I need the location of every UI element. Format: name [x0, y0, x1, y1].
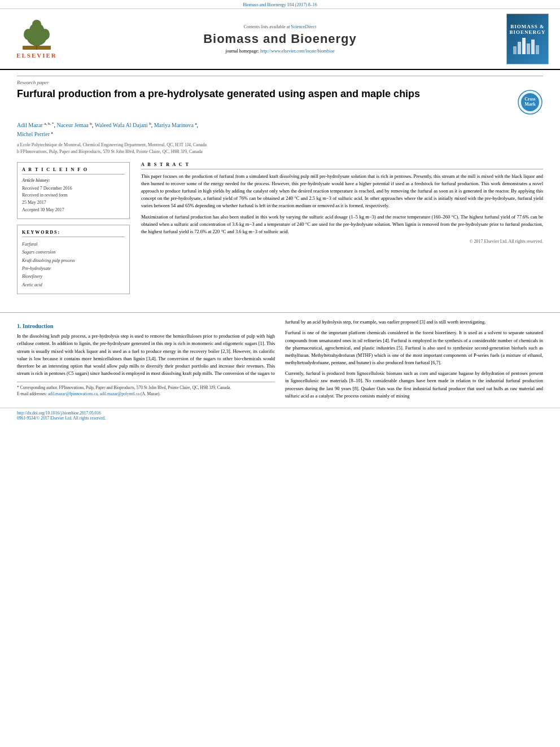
svg-rect-8	[513, 46, 517, 54]
author-perrier: Michel Perrier	[17, 132, 50, 138]
copyright-line: © 2017 Elsevier Ltd. All rights reserved…	[141, 239, 543, 244]
journal-cover: BIOMASS & BIOENERGY	[506, 14, 549, 64]
article-info-col: A R T I C L E I N F O Article history: R…	[17, 162, 130, 295]
email2-link[interactable]: adil.mazar@polymtl.ca	[100, 391, 139, 396]
svg-text:Mark: Mark	[524, 102, 536, 107]
cover-title: BIOMASS & BIOENERGY	[509, 24, 546, 35]
body-right-col: furfural by an acid hydrolysis step, for…	[285, 318, 543, 403]
cover-chart-icon	[512, 35, 543, 55]
intro-heading: 1. Introduction	[17, 323, 275, 329]
svg-point-3	[32, 20, 41, 29]
journal-cover-area: BIOMASS & BIOENERGY	[498, 14, 549, 64]
footnote-area: * Corresponding author. FPInnovations, P…	[17, 382, 275, 397]
svg-point-5	[41, 29, 50, 40]
svg-rect-12	[531, 40, 535, 54]
svg-text:Cross: Cross	[524, 97, 535, 102]
intro-text-right: furfural by an acid hydrolysis step, for…	[285, 318, 543, 400]
intro-p4: Currently, furfural is produced from lig…	[285, 370, 543, 400]
article-content: Research paper Furfural production from …	[0, 70, 560, 307]
author-jemaa: Naceur Jemaa	[56, 122, 88, 128]
keyword-prehydrolysate: Pre-hydrolysate	[22, 265, 125, 273]
author-dajani-sup: b	[149, 121, 151, 126]
body-content: 1. Introduction In the dissolving kraft …	[0, 318, 560, 403]
journal-title: Biomass and Bioenergy	[62, 32, 498, 46]
keyword-furfural: Furfural	[22, 241, 125, 248]
elsevier-logo-area: ELSEVIER	[11, 20, 62, 59]
email-footnote: E-mail addresses: adil.mazar@fpinnovatio…	[17, 391, 275, 397]
elsevier-tree-icon	[17, 20, 56, 51]
author-mazar-sup: a, b, *	[44, 121, 54, 126]
keyword-sugars: Sugars conversion	[22, 248, 125, 256]
journal-volume-info: Biomass and Bioenergy 104 (2017) 8–16	[0, 0, 560, 9]
keywords-heading: Keywords:	[22, 230, 125, 237]
received-date: Received 7 December 2016	[22, 185, 125, 193]
article-history-label: Article history:	[22, 178, 125, 183]
author-mazar: Adil Mazar	[17, 122, 43, 128]
author-marinova-sup: a	[195, 121, 196, 126]
author-perrier-sup: a	[51, 130, 53, 135]
abstract-col: A B S T R A C T This paper focuses on th…	[141, 162, 543, 295]
abstract-p1: This paper focuses on the production of …	[141, 173, 543, 210]
doi-line[interactable]: http://dx.doi.org/10.1016/j.biombioe.201…	[17, 410, 543, 416]
article-title: Furfural production from a pre-hydrolysa…	[17, 88, 518, 101]
article-info-abstract: A R T I C L E I N F O Article history: R…	[17, 162, 543, 295]
intro-p1: In the dissolving kraft pulp process, a …	[17, 333, 275, 377]
svg-rect-9	[518, 42, 521, 54]
article-title-row: Furfural production from a pre-hydrolysa…	[17, 88, 543, 116]
journal-homepage: journal homepage: http://www.elsevier.co…	[62, 49, 498, 54]
affiliation-b: b FPInnovations, Pulp, Paper and Bioprod…	[17, 148, 543, 155]
revised-form-label: Received in revised form	[22, 192, 125, 199]
svg-rect-10	[522, 38, 526, 54]
section-divider	[0, 312, 560, 313]
email1-link[interactable]: adil.mazar@fpinnovations.ca	[48, 391, 98, 396]
affiliation-a: a Ecole Polytechnique de Montreal, Chemi…	[17, 142, 543, 148]
bottom-bar: http://dx.doi.org/10.1016/j.biombioe.201…	[0, 408, 560, 423]
accepted-date: Accepted 30 May 2017	[22, 207, 125, 214]
intro-text-left: In the dissolving kraft pulp process, a …	[17, 333, 275, 377]
science-direct-line: Contents lists available at ScienceDirec…	[62, 24, 498, 29]
abstract-heading: A B S T R A C T	[141, 162, 543, 169]
keywords-list: Furfural Sugars conversion Kraft dissolv…	[22, 241, 125, 289]
body-left-col: 1. Introduction In the dissolving kraft …	[17, 318, 275, 403]
keywords-box: Keywords: Furfural Sugars conversion Kra…	[17, 225, 130, 294]
elsevier-logo: ELSEVIER	[11, 20, 62, 59]
issn-line: 0961-9534/© 2017 Elsevier Ltd. All right…	[17, 416, 543, 421]
intro-p3: Furfural is one of the important platfor…	[285, 329, 543, 366]
abstract-p2: Maximization of furfural production has …	[141, 213, 543, 236]
keyword-kraft: Kraft dissolving pulp process	[22, 257, 125, 265]
corresponding-author-note: * Corresponding author. FPInnovations, P…	[17, 385, 275, 391]
article-info-box: A R T I C L E I N F O Article history: R…	[17, 162, 130, 219]
author-marinova: Mariya Marinova	[154, 122, 194, 128]
article-type-label: Research paper	[17, 76, 543, 85]
svg-point-4	[24, 29, 33, 40]
svg-rect-13	[536, 45, 539, 54]
authors-line: Adil Mazar a, b, *, Naceur Jemaa b, Wale…	[17, 121, 543, 139]
author-dajani: Waleed Wafa Al Dajani	[95, 122, 148, 128]
keyword-acetic: Acetic acid	[22, 281, 125, 289]
article-info-heading: A R T I C L E I N F O	[22, 167, 125, 174]
author-jemaa-sup: b	[90, 121, 92, 126]
intro-p2: furfural by an acid hydrolysis step, for…	[285, 318, 543, 326]
journal-header: ELSEVIER Contents lists available at Sci…	[0, 9, 560, 70]
revised-date: 25 May 2017	[22, 199, 125, 207]
affiliations: a Ecole Polytechnique de Montreal, Chemi…	[17, 142, 543, 155]
svg-rect-11	[527, 43, 530, 54]
crossmark-badge: Cross Mark	[518, 88, 543, 116]
elsevier-text: ELSEVIER	[16, 52, 57, 59]
homepage-link[interactable]: http://www.elsevier.com/locate/biombioe	[260, 49, 335, 54]
abstract-text: This paper focuses on the production of …	[141, 173, 543, 235]
science-direct-link[interactable]: ScienceDirect	[291, 24, 317, 29]
journal-title-area: Contents lists available at ScienceDirec…	[62, 24, 498, 54]
keyword-biorefinery: Biorefinery	[22, 273, 125, 281]
